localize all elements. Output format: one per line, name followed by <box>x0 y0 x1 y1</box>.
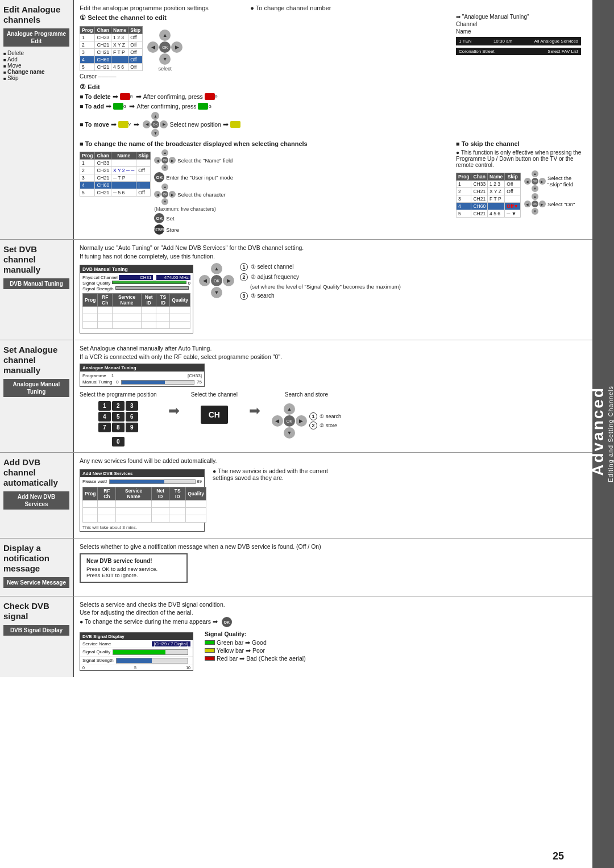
name-dpad-down[interactable]: ▼ <box>161 164 168 171</box>
on-dpad-right[interactable]: ▶ <box>539 201 546 207</box>
dpad-ok[interactable]: OK <box>159 41 171 53</box>
move-dpad-up[interactable]: ▲ <box>151 112 159 120</box>
max-chars-note: (Maximum: five characters) <box>154 206 233 212</box>
skip-dpad-up[interactable]: ▲ <box>532 170 538 177</box>
store-dpad[interactable]: ▲ ◀OK▶ ▼ <box>272 403 307 439</box>
dvb-dpad-ok[interactable]: OK <box>211 275 222 286</box>
name-label: Name <box>456 28 587 35</box>
dvb-dpad-left[interactable]: ◀ <box>199 275 210 286</box>
skip-content: ProgChanNameSkip 1CH331 2 3Off 2CH21X Y … <box>456 170 587 220</box>
numpad-1[interactable]: 1 <box>98 401 111 411</box>
edit-analogue-content: Edit the analogue programme position set… <box>74 0 592 239</box>
store-dpad-down[interactable]: ▼ <box>284 427 295 439</box>
dvb-manual-badge: DVB Manual Tuning <box>3 278 69 289</box>
green-button-icon <box>113 103 123 110</box>
analogue-steps-row: Select the programme position 1 2 3 4 5 … <box>80 391 587 448</box>
dpad-up[interactable]: ▲ <box>159 30 171 41</box>
skip-step-on: ▲ ◀OK▶ ▼ Select "On" <box>524 193 587 215</box>
dpad-left[interactable]: ◀ <box>147 41 159 53</box>
store-dpad-right[interactable]: ▶ <box>296 415 307 427</box>
char-dpad-up[interactable]: ▲ <box>161 183 168 190</box>
name-dpad-right[interactable]: ▶ <box>169 157 176 164</box>
numpad-7[interactable]: 7 <box>98 423 111 432</box>
progress-bar-container: 89 <box>109 479 202 484</box>
name-steps-list: ▲ ◀OK▶ ▼ Select the "Name" field OK Ente… <box>154 149 233 235</box>
name-dpad-up[interactable]: ▲ <box>161 149 168 156</box>
ok-set-btn[interactable]: OK <box>154 213 164 223</box>
ok-set-step: OK Set <box>154 213 233 223</box>
char-dpad-right[interactable]: ▶ <box>169 191 176 198</box>
step1-row: ① Select the channel to edit Prog Chan <box>80 14 587 80</box>
ch-button[interactable]: CH <box>201 406 228 424</box>
move-dpad-down[interactable]: ▼ <box>151 129 159 137</box>
on-dpad-ok[interactable]: OK <box>532 201 538 207</box>
on-dpad-up[interactable]: ▲ <box>532 193 538 200</box>
dvb-dpad-right[interactable]: ▶ <box>223 275 234 286</box>
move-dpad[interactable]: ▲ ◀OK▶ ▼ <box>143 112 168 137</box>
add-dvb-screen-header: Add New DVB Services <box>80 470 204 477</box>
table-row: 1CH331 2 3Off <box>80 34 143 41</box>
select-channel-step: Select the channel CH <box>191 391 238 424</box>
skip-step-field: ▲ ◀OK▶ ▼ Select the "Skip" field <box>524 170 587 192</box>
numpad-5[interactable]: 5 <box>112 412 125 422</box>
prog-position-step: Select the programme position 1 2 3 4 5 … <box>80 391 157 448</box>
name-dpad[interactable]: ▲ ◀OK▶ ▼ <box>154 149 176 171</box>
numpad-9[interactable]: 9 <box>126 423 138 432</box>
name-dpad-left[interactable]: ◀ <box>154 157 161 164</box>
add-dvb-progress-row: Please wait! 89 <box>80 477 204 486</box>
return-btn[interactable]: RETURN <box>154 224 164 235</box>
char-dpad-left[interactable]: ◀ <box>154 191 161 198</box>
move-dpad-right[interactable]: ▶ <box>160 120 168 128</box>
add-dvb-screen: Add New DVB Services Please wait! 89 <box>80 469 205 532</box>
ok-small-btn[interactable]: OK <box>154 172 164 182</box>
store-dpad-up[interactable]: ▲ <box>284 403 295 415</box>
char-dpad[interactable]: ▲ ◀OK▶ ▼ <box>154 183 176 205</box>
move-dpad-left[interactable]: ◀ <box>143 120 151 128</box>
dpad-right[interactable]: ▶ <box>171 41 182 53</box>
store-dpad-ok[interactable]: OK <box>284 415 295 427</box>
store-dpad-left[interactable]: ◀ <box>272 415 283 427</box>
red-button-icon <box>120 93 130 100</box>
dvb-signal-intro2: Use for adjusting the direction of the a… <box>80 609 587 616</box>
numpad-4[interactable]: 4 <box>98 412 111 422</box>
name-step-1: ▲ ◀OK▶ ▼ Select the "Name" field <box>154 149 233 171</box>
skip-dpad-down[interactable]: ▼ <box>532 185 538 192</box>
dvb-step1: 1 ① select channel <box>240 263 401 271</box>
dvb-dpad-down[interactable]: ▼ <box>211 287 222 298</box>
dvb-dpad-up[interactable]: ▲ <box>211 263 222 274</box>
numpad-8[interactable]: 8 <box>112 423 125 432</box>
ok-inline-btn[interactable]: OK <box>222 617 232 627</box>
green-bar-row: Green bar ➡ Good <box>205 639 306 646</box>
numpad-0[interactable]: 0 <box>112 437 125 446</box>
dpad-down[interactable]: ▼ <box>159 53 171 65</box>
skip-dpad[interactable]: ▲ ◀OK▶ ▼ <box>524 170 546 192</box>
skip-steps: ▲ ◀OK▶ ▼ Select the "Skip" field ▲ <box>524 170 587 220</box>
service-msg-box: New DVB service found! Press OK to add n… <box>80 553 188 583</box>
name-dpad-ok[interactable]: OK <box>161 157 168 164</box>
name-edit-table-wrapper: ProgChanNameSkip 1CH33 2CH21X Y 2 ─ ─Off… <box>80 149 151 235</box>
on-dpad-left[interactable]: ◀ <box>524 201 531 207</box>
skip-dpad-ok[interactable]: OK <box>532 178 538 185</box>
name-edit-table: ProgChanNameSkip 1CH33 2CH21X Y 2 ─ ─Off… <box>80 152 151 197</box>
display-notification-title: Display a notification message <box>3 543 69 574</box>
page-wrapper: Edit Analogue channels Analogue Programm… <box>0 0 614 868</box>
analogue-manual-link: ➡ "Analogue Manual Tuning" <box>456 14 587 20</box>
on-dpad[interactable]: ▲ ◀OK▶ ▼ <box>524 193 546 215</box>
edit-analogue-label-col: Edit Analogue channels Analogue Programm… <box>0 0 74 239</box>
signal-quality-legend: Signal Quality: Green bar ➡ Good Yellow … <box>205 631 306 673</box>
on-dpad-down[interactable]: ▼ <box>532 208 538 215</box>
table-row-selected: 4CH60Off <box>80 56 143 64</box>
skip-dpad-right[interactable]: ▶ <box>539 178 546 185</box>
char-dpad-ok[interactable]: OK <box>161 191 168 198</box>
char-dpad-down[interactable]: ▼ <box>161 198 168 205</box>
move-dpad-ok[interactable]: OK <box>151 120 159 128</box>
numpad-3[interactable]: 3 <box>126 401 138 411</box>
skip-dpad-left[interactable]: ◀ <box>524 178 531 185</box>
numpad-6[interactable]: 6 <box>126 412 138 422</box>
skip-desc: ● This function is only effective when p… <box>456 149 587 168</box>
numpad[interactable]: 1 2 3 4 5 6 7 8 9 <box>98 401 138 432</box>
dvb-dpad[interactable]: ▲ ◀OK▶ ▼ <box>199 263 234 298</box>
select-channel-label: Select the channel <box>191 391 238 398</box>
dpad[interactable]: ▲ ◀ OK ▶ ▼ <box>147 30 182 65</box>
numpad-2[interactable]: 2 <box>112 401 125 411</box>
